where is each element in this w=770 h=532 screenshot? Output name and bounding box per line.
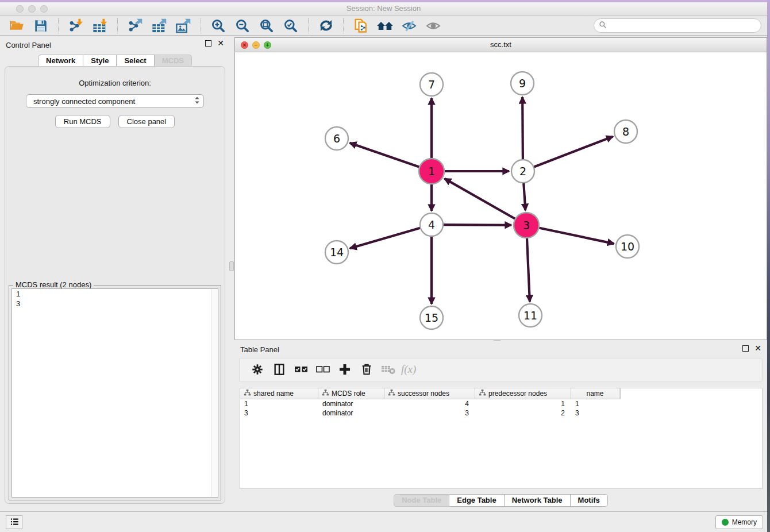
import-network-button[interactable] xyxy=(64,17,88,34)
table-cell[interactable]: dominator xyxy=(318,409,384,417)
node-label: 11 xyxy=(523,309,537,322)
export-network-button[interactable] xyxy=(123,17,147,34)
table-cell[interactable]: 3 xyxy=(571,409,619,417)
graph-node-1[interactable]: 1 xyxy=(419,159,444,184)
tab-select[interactable]: Select xyxy=(117,55,154,67)
optimization-dropdown[interactable]: strongly connected component xyxy=(26,94,204,108)
vertical-splitter-handle[interactable] xyxy=(229,261,234,271)
network-canvas[interactable]: 7968124314101511 xyxy=(235,52,767,340)
table-cell[interactable]: 3 xyxy=(240,409,318,417)
result-list-item[interactable]: 1 xyxy=(12,289,218,299)
show-all-button[interactable] xyxy=(421,17,445,34)
column-header-predecessor-nodes[interactable]: predecessor nodes xyxy=(475,388,571,399)
export-image-icon xyxy=(175,18,191,34)
node-label: 2 xyxy=(519,165,526,178)
table-row[interactable]: 3dominator323 xyxy=(240,408,762,418)
column-header-MCDS-role[interactable]: MCDS role xyxy=(318,388,384,399)
export-table-icon xyxy=(151,18,167,34)
node-label: 6 xyxy=(333,132,340,145)
table-cell[interactable]: 1 xyxy=(240,400,318,408)
table-cell[interactable]: 3 xyxy=(384,409,475,417)
first-neighbors-icon xyxy=(376,18,394,33)
zoom-fit-button[interactable] xyxy=(255,17,279,34)
save-button[interactable] xyxy=(29,17,53,34)
column-header-name[interactable]: name xyxy=(571,388,619,399)
result-list-item[interactable]: 3 xyxy=(12,299,218,309)
duplicate-network-button[interactable] xyxy=(349,17,373,34)
node-label: 3 xyxy=(523,219,530,232)
network-window-titlebar: × − + scc.txt xyxy=(235,38,767,52)
tab-network-table[interactable]: Network Table xyxy=(505,494,571,507)
column-header-successor-nodes[interactable]: successor nodes xyxy=(384,388,475,399)
deselect-all-icon xyxy=(315,365,330,376)
graph-node-7[interactable]: 7 xyxy=(420,73,443,96)
add-row-icon xyxy=(338,363,352,378)
table-cell[interactable]: 1 xyxy=(475,400,571,408)
gear-button[interactable] xyxy=(248,361,267,379)
table-cell[interactable]: dominator xyxy=(318,400,384,408)
graph-node-4[interactable]: 4 xyxy=(420,213,443,236)
svg-text:f(x): f(x) xyxy=(401,363,416,376)
table-panel: Table Panel ✕ f(x) shared nameMCDS roles… xyxy=(234,342,767,510)
close-panel-button[interactable]: Close panel xyxy=(118,115,175,128)
first-neighbors-button[interactable] xyxy=(373,17,397,34)
search-box[interactable] xyxy=(594,18,761,33)
run-mcds-button[interactable]: Run MCDS xyxy=(55,115,110,128)
graph-node-11[interactable]: 11 xyxy=(519,304,542,327)
graph-node-3[interactable]: 3 xyxy=(514,213,539,238)
mcds-result-list[interactable]: 13 xyxy=(11,288,218,498)
tab-node-table[interactable]: Node Table xyxy=(394,494,449,507)
show-all-icon xyxy=(425,18,441,33)
chevron-updown-icon xyxy=(194,96,200,106)
export-table-button[interactable] xyxy=(147,17,171,34)
select-all-button[interactable] xyxy=(291,361,311,379)
close-table-panel-icon[interactable]: ✕ xyxy=(754,345,761,352)
table-cell[interactable]: 2 xyxy=(475,409,571,417)
edge-3-to-10[interactable] xyxy=(526,225,614,244)
zoom-selected-icon xyxy=(283,18,298,33)
hide-selected-button[interactable] xyxy=(397,17,421,34)
edge-4-to-14[interactable] xyxy=(350,225,432,248)
memory-button[interactable]: Memory xyxy=(715,515,763,529)
node-table[interactable]: shared nameMCDS rolesuccessor nodesprede… xyxy=(240,388,763,489)
float-table-panel-icon[interactable] xyxy=(742,345,749,352)
table-cell[interactable]: 1 xyxy=(571,400,619,408)
export-image-button[interactable] xyxy=(171,17,195,34)
graph-node-14[interactable]: 14 xyxy=(325,241,348,264)
tab-motifs[interactable]: Motifs xyxy=(571,494,608,507)
tab-edge-table[interactable]: Edge Table xyxy=(449,494,504,507)
edge-3-to-1[interactable] xyxy=(445,179,526,225)
graph-node-2[interactable]: 2 xyxy=(511,160,534,183)
tab-network[interactable]: Network xyxy=(38,55,83,67)
columns-button[interactable] xyxy=(270,361,289,379)
column-header-shared-name[interactable]: shared name xyxy=(240,388,318,399)
float-panel-icon[interactable] xyxy=(205,40,211,47)
graph-node-9[interactable]: 9 xyxy=(511,72,534,95)
table-cell[interactable]: 4 xyxy=(384,400,475,408)
close-panel-icon[interactable]: ✕ xyxy=(217,40,224,47)
delete-table-button xyxy=(379,361,398,379)
search-icon xyxy=(599,21,607,30)
zoom-in-button[interactable] xyxy=(206,17,230,34)
graph-node-15[interactable]: 15 xyxy=(420,306,443,329)
zoom-out-button[interactable] xyxy=(230,17,255,34)
add-row-button[interactable] xyxy=(335,361,355,379)
tab-style[interactable]: Style xyxy=(83,55,117,67)
zoom-in-icon xyxy=(211,18,226,33)
open-folder-button[interactable] xyxy=(5,17,29,34)
deselect-all-button[interactable] xyxy=(313,361,333,379)
graph-node-10[interactable]: 10 xyxy=(616,235,639,258)
table-row[interactable]: 1dominator411 xyxy=(240,399,762,408)
node-label: 14 xyxy=(330,246,344,259)
result-scrollbar[interactable] xyxy=(211,289,218,497)
edge-2-to-8[interactable] xyxy=(523,137,613,171)
graph-node-8[interactable]: 8 xyxy=(614,120,637,143)
zoom-selected-button[interactable] xyxy=(279,17,303,34)
task-history-button[interactable] xyxy=(6,515,22,529)
search-input[interactable] xyxy=(610,20,761,32)
delete-row-button[interactable] xyxy=(357,361,376,379)
refresh-button[interactable] xyxy=(314,17,338,34)
graph-node-6[interactable]: 6 xyxy=(325,127,348,150)
tab-mcds[interactable]: MCDS xyxy=(155,55,192,67)
import-table-button[interactable] xyxy=(88,17,112,34)
